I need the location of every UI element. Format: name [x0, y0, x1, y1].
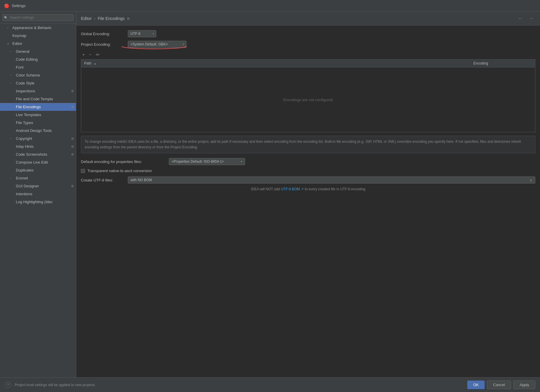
settings-icon: ⊞: [71, 137, 74, 140]
bom-info-text2: to every created file in UTF-8 encoding: [305, 187, 366, 191]
breadcrumb-separator: ›: [94, 16, 96, 21]
sidebar-item-intentions[interactable]: Intentions: [0, 190, 76, 198]
chevron-right-icon: ›: [11, 137, 14, 140]
sidebar-item-compose-live-edit[interactable]: Compose Live Edit: [0, 158, 76, 166]
settings-icon: ⊞: [71, 184, 74, 188]
breadcrumb-editor[interactable]: Editor: [81, 16, 92, 21]
settings-icon: ⊞: [71, 89, 74, 93]
sidebar-item-keymap[interactable]: Keymap: [0, 32, 76, 40]
bom-info: IDEA will NOT add UTF-8 BOM ↗ to every c…: [81, 187, 535, 191]
dialog-body: › Appearance & Behavio Keymap ∨ Editor ›…: [0, 12, 540, 377]
sidebar-item-label: Editor: [12, 41, 22, 46]
sidebar-item-editor[interactable]: ∨ Editor: [0, 40, 76, 47]
sidebar-item-code-editing[interactable]: Code Editing: [0, 55, 76, 63]
content-body: Global Encoding: UTF-8 UTF-16 ISO-8859-1…: [76, 26, 540, 377]
bookmark-icon[interactable]: ⊞: [127, 17, 130, 21]
settings-icon: ⊞: [71, 153, 74, 156]
default-encoding-label: Default encoding for properties files:: [81, 159, 169, 164]
bottom-bar: ? Project-level settings will be applied…: [0, 377, 540, 392]
sidebar-item-log-highlighting[interactable]: Log Highlighting (Idec: [0, 198, 76, 206]
sidebar-item-font[interactable]: Font: [0, 63, 76, 71]
transparent-conversion-checkbox[interactable]: [81, 169, 85, 173]
transparent-conversion-row: Transparent native-to-ascii conversion: [81, 169, 535, 173]
sidebar-item-copyright[interactable]: › Copyright ⊞: [0, 135, 76, 142]
create-utf8-row: Create UTF-8 files: with NO BOM with BOM: [81, 177, 535, 184]
bottom-info-text: Project-level settings will be applied t…: [15, 383, 95, 387]
sidebar-item-code-screenshots[interactable]: Code Screenshots ⊞: [0, 150, 76, 158]
cancel-button[interactable]: Cancel: [487, 381, 511, 389]
sidebar-item-file-encodings[interactable]: File Encodings ⊞: [0, 103, 76, 111]
encoding-column-header[interactable]: Encoding: [473, 61, 532, 65]
sidebar-item-duplicates[interactable]: Duplicates: [0, 166, 76, 174]
remove-path-button[interactable]: −: [88, 52, 93, 58]
sidebar-item-label: Appearance & Behavio: [12, 26, 51, 30]
chevron-down-icon: ∨: [7, 42, 11, 45]
sidebar-item-label: Duplicates: [16, 168, 34, 172]
sidebar-item-label: Live Templates: [16, 113, 41, 117]
global-encoding-select[interactable]: UTF-8 UTF-16 ISO-8859-1 GBK: [128, 30, 156, 37]
project-encoding-select[interactable]: <System Default: GBK> UTF-8 UTF-16 GBK: [128, 41, 186, 48]
main-content: Editor › File Encodings ⊞ ← → Global Enc…: [76, 12, 540, 377]
add-path-button[interactable]: +: [81, 52, 86, 58]
sidebar-item-file-templates[interactable]: File and Code Templa: [0, 95, 76, 103]
sidebar-item-label: General: [16, 49, 29, 54]
sidebar-item-label: Log Highlighting (Idec: [16, 200, 53, 204]
chevron-right-icon: ›: [11, 82, 14, 85]
forward-button[interactable]: →: [527, 15, 535, 22]
sort-asc-icon: ▲: [94, 62, 96, 65]
ok-button[interactable]: OK: [467, 381, 485, 389]
project-encoding-row: Project Encoding: <System Default: GBK> …: [81, 41, 535, 48]
sidebar-item-label: Inlay Hints: [16, 144, 34, 149]
sidebar-item-appearance[interactable]: › Appearance & Behavio: [0, 24, 76, 32]
chevron-right-icon: ›: [7, 26, 11, 29]
sidebar-item-label: Font: [16, 65, 23, 69]
chevron-right-icon: ›: [11, 50, 14, 53]
apply-button[interactable]: Apply: [513, 381, 535, 389]
path-column-header[interactable]: Path ▲: [84, 61, 473, 65]
sidebar-item-android-design-tools[interactable]: Android Design Tools: [0, 127, 76, 135]
sidebar-item-file-types[interactable]: File Types: [0, 119, 76, 127]
breadcrumb-file-encodings[interactable]: File Encodings: [98, 16, 125, 21]
chevron-right-icon: ›: [11, 74, 14, 77]
table-empty-message: Encodings are not configured: [81, 67, 535, 132]
sidebar-item-emmet[interactable]: › Emmet: [0, 174, 76, 182]
sidebar-item-gui-designer[interactable]: GUI Designer ⊞: [0, 182, 76, 190]
chevron-right-icon: ›: [11, 177, 14, 180]
sidebar-item-label: Code Screenshots: [16, 152, 47, 157]
app-icon: 🔴: [4, 3, 9, 9]
sidebar-item-general[interactable]: › General: [0, 47, 76, 55]
sidebar-item-color-scheme[interactable]: › Color Scheme: [0, 71, 76, 79]
bottom-buttons: OK Cancel Apply: [467, 381, 535, 389]
sidebar-item-code-style[interactable]: › Code Style: [0, 79, 76, 87]
settings-icon: ⊞: [71, 145, 74, 148]
search-wrap: [2, 14, 74, 21]
edit-path-button[interactable]: ✏: [95, 51, 101, 58]
sidebar-item-inspections[interactable]: Inspections ⊞: [0, 87, 76, 95]
settings-icon: ⊞: [71, 105, 74, 108]
bom-info-text1: IDEA will NOT add: [251, 187, 280, 191]
create-utf8-select[interactable]: with NO BOM with BOM: [128, 177, 535, 184]
back-button[interactable]: ←: [517, 15, 525, 22]
create-utf8-label: Create UTF-8 files:: [81, 178, 128, 182]
content-header: Editor › File Encodings ⊞ ← →: [76, 12, 540, 26]
encoding-table-container: Path ▲ Encoding Encodings are not config…: [81, 59, 535, 132]
default-encoding-select[interactable]: <Properties Default: ISO-8859-1> UTF-8 I…: [169, 158, 245, 165]
sidebar-item-label: Keymap: [12, 33, 26, 38]
sidebar: › Appearance & Behavio Keymap ∨ Editor ›…: [0, 12, 76, 377]
help-button[interactable]: ?: [5, 382, 11, 388]
title-bar: 🔴 Settings: [0, 0, 540, 12]
info-text: To change encoding IntelliJ IDEA uses fo…: [81, 136, 535, 153]
search-input[interactable]: [2, 14, 74, 21]
default-encoding-select-wrap: <Properties Default: ISO-8859-1> UTF-8 I…: [169, 158, 245, 165]
sidebar-list: › Appearance & Behavio Keymap ∨ Editor ›…: [0, 24, 76, 377]
sidebar-item-label: Copyright: [16, 136, 32, 141]
project-encoding-label: Project Encoding:: [81, 42, 128, 47]
search-bar: [0, 12, 76, 24]
sidebar-item-label: File Encodings: [16, 105, 41, 109]
sidebar-item-inlay-hints[interactable]: Inlay Hints ⊞: [0, 142, 76, 150]
global-encoding-label: Global Encoding:: [81, 32, 128, 36]
settings-dialog: › Appearance & Behavio Keymap ∨ Editor ›…: [0, 12, 540, 392]
bom-link[interactable]: UTF-8 BOM ↗: [281, 187, 304, 191]
global-encoding-row: Global Encoding: UTF-8 UTF-16 ISO-8859-1…: [81, 30, 535, 37]
sidebar-item-live-templates[interactable]: Live Templates: [0, 111, 76, 119]
